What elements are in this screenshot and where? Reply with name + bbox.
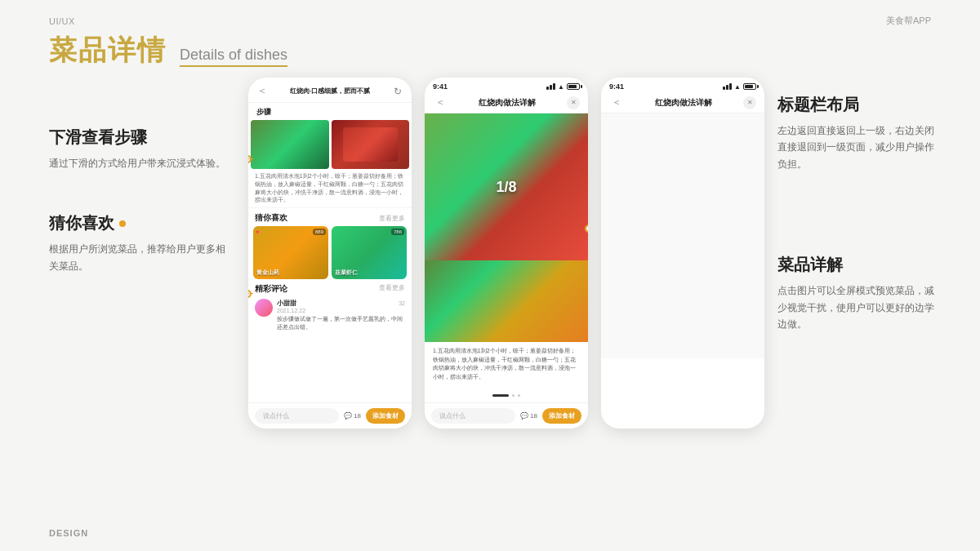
wifi-icon: ▲ (558, 83, 564, 91)
phone2-nav: ＜ 红烧肉做法详解 ✕ (425, 92, 588, 113)
phone1-bottom-bar: 说点什么 💬 18 添加食材 (248, 402, 412, 429)
scroll-title: 下滑查看步骤 (49, 127, 229, 149)
steps-label: 步骤 (248, 103, 412, 120)
scroll-dots (425, 391, 588, 400)
phone-2: 9:41 ▲ ＜ (425, 78, 588, 429)
phone1-nav-title: 红烧肉·口感细腻，肥而不腻 (270, 87, 390, 96)
recommend-grid: ♥ 889 黄金山药 786 韭菜虾仁 (248, 226, 412, 279)
scroll-dot-2 (518, 394, 520, 397)
recipe-grid (248, 120, 412, 169)
scroll-desc: 通过下滑的方式给用户带来沉浸式体验。 (49, 155, 229, 171)
comment-user-row: 小甜甜 32 (277, 299, 405, 308)
detail-title: 菜品详解 (777, 254, 941, 276)
like-icon-1: ♥ (256, 229, 260, 236)
recipe-img-2 (332, 120, 410, 169)
dashed-line-2 (248, 293, 253, 294)
phone3-signal (723, 83, 732, 90)
phone2-counter: 1/8 (496, 179, 516, 196)
phone1-back-btn[interactable]: ＜ (255, 84, 270, 98)
scroll-feature: 下滑查看步骤 通过下滑的方式给用户带来沉浸式体验。 (49, 127, 229, 171)
app-name-label: 美食帮APP (886, 15, 931, 27)
phone2-add-btn[interactable]: 添加食材 (542, 408, 581, 424)
scroll-dot-active (492, 394, 509, 397)
battery-icon (567, 83, 580, 90)
phone2-comment-count: 💬 18 (520, 412, 537, 420)
recommend-card-2[interactable]: 786 韭菜虾仁 (332, 226, 407, 279)
phone2-close-btn[interactable]: ✕ (567, 96, 580, 109)
page-title-zh: 菜品详情 (49, 32, 167, 69)
phone2-bottom-bar: 说点什么 💬 18 添加食材 (425, 402, 588, 429)
comment-username: 小甜甜 (277, 299, 296, 308)
comments-title: 精彩评论 (255, 283, 287, 295)
phone2-chat-icon: 💬 (520, 412, 528, 420)
phones-area: ＜ 红烧肉·口感细腻，肥而不腻 ↻ 步骤 (248, 78, 941, 429)
phone3-close-btn[interactable]: ✕ (743, 96, 756, 109)
phone2-right-dot (585, 224, 588, 233)
phone3-battery (743, 83, 756, 90)
title-section: 菜品详情 Details of dishes (49, 32, 931, 69)
badge-1: 889 (313, 229, 326, 235)
comment-item: 小甜甜 32 2021.12.22 按步骤做试做了一遍，第一次做手艺题乳的，中间… (255, 299, 405, 331)
phone3-wifi-icon: ▲ (734, 83, 741, 91)
comment-text: 按步骤做试做了一遍，第一次做手艺题乳的，中间还差点出错。 (277, 315, 405, 331)
page-wrapper: UI/UX 美食帮APP 菜品详情 Details of dishes 下滑查看… (0, 0, 980, 551)
recommend-title-sm: 猜你喜欢 (255, 212, 287, 224)
chat-icon: 💬 (344, 412, 352, 420)
comment-header: 精彩评论 查看更多 (255, 283, 405, 295)
comment-section: 精彩评论 查看更多 小甜甜 32 2021.12.22 (248, 279, 412, 335)
signal-bars (546, 83, 555, 90)
comment-more: 查看更多 (379, 283, 405, 295)
phone2-comment-input[interactable]: 说点什么 (431, 408, 515, 424)
ui-ux-label: UI/UX (49, 16, 75, 26)
scroll-dot-1 (512, 394, 514, 397)
recipe-img-1 (251, 120, 329, 169)
comment-body: 小甜甜 32 2021.12.22 按步骤做试做了一遍，第一次做手艺题乳的，中间… (277, 299, 405, 331)
titlebar-desc: 左边返回直接返回上一级，右边关闭直接退回到一级页面，减少用户操作负担。 (777, 122, 941, 172)
comment-avatar (255, 299, 273, 317)
connector-dot (119, 220, 126, 227)
comment-date: 2021.12.22 (277, 308, 405, 313)
phone-1: ＜ 红烧肉·口感细腻，肥而不腻 ↻ 步骤 (248, 78, 412, 429)
phone2-status-icons: ▲ (546, 83, 580, 91)
phone3-status-icons: ▲ (723, 83, 756, 91)
phone3-content (601, 113, 764, 358)
detail-desc: 点击图片可以全屏模式预览菜品，减少视觉干扰，使用户可以更好的边学边做。 (777, 282, 941, 332)
phone2-nav-title: 红烧肉做法详解 (448, 97, 567, 109)
step-text-1: 1.五花肉用清水泡1到2个小时，晾干；葱姜蒜切好备用；铁锅热油，放入麻椒适量，干… (248, 169, 412, 208)
phone2-food-image[interactable] (425, 260, 588, 342)
bottom-design-label: DESIGN (49, 528, 88, 538)
phone1-refresh-btn[interactable]: ↻ (390, 86, 405, 97)
phone2-step-text: 1.五花肉用清水泡1到2个小时，晾干；葱姜蒜切好备用；铁锅热油，放入麻椒适量，干… (425, 342, 588, 386)
phone3-back-btn[interactable]: ＜ (609, 96, 624, 109)
phone1-comment-input[interactable]: 说点什么 (255, 408, 339, 424)
phone-3: 9:41 ▲ ＜ (601, 78, 764, 429)
phone2-status-bar: 9:41 ▲ (425, 78, 588, 92)
page-title-en: Details of dishes (180, 47, 287, 67)
titlebar-feature: 标题栏布局 左边返回直接返回上一级，右边关闭直接退回到一级页面，减少用户操作负担… (777, 94, 941, 172)
recommend-more: 查看更多 (379, 214, 405, 223)
phone1-add-btn[interactable]: 添加食材 (366, 408, 405, 424)
badge-2: 786 (391, 229, 404, 235)
phone3-nav-title: 红烧肉做法详解 (624, 97, 743, 109)
phone3-status-bar: 9:41 ▲ (601, 78, 764, 92)
phone1-content: 步骤 1.五花肉用清水泡1到2个小时，晾干；葱姜蒜切好备用；铁锅热油，放入麻椒适… (248, 103, 412, 413)
recommend-desc: 根据用户所浏览菜品，推荐给用户更多相关菜品。 (49, 241, 229, 274)
phone3-time: 9:41 (609, 82, 624, 91)
recommend-title: 猜你喜欢 (49, 212, 229, 234)
right-panel: 标题栏布局 左边返回直接返回上一级，右边关闭直接退回到一级页面，减少用户操作负担… (777, 78, 941, 357)
recommend-feature: 猜你喜欢 根据用户所浏览菜品，推荐给用户更多相关菜品。 (49, 212, 229, 274)
detail-feature: 菜品详解 点击图片可以全屏模式预览菜品，减少视觉干扰，使用户可以更好的边学边做。 (777, 254, 941, 332)
phone3-nav: ＜ 红烧肉做法详解 ✕ (601, 92, 764, 113)
phone1-comment-count: 💬 18 (344, 412, 361, 420)
main-content: 下滑查看步骤 通过下滑的方式给用户带来沉浸式体验。 猜你喜欢 根据用户所浏览菜品… (49, 78, 931, 429)
phone2-back-btn[interactable]: ＜ (433, 96, 448, 109)
recommend-header: 猜你喜欢 查看更多 (248, 208, 412, 226)
phone2-time: 9:41 (433, 82, 448, 91)
card-label-1: 黄金山药 (256, 269, 279, 277)
comment-likes: 32 (399, 300, 405, 306)
phone1-nav: ＜ 红烧肉·口感细腻，肥而不腻 ↻ (248, 78, 412, 103)
phone2-image-area[interactable]: 1/8 (425, 113, 588, 260)
card-label-2: 韭菜虾仁 (335, 269, 358, 277)
recommend-card-1[interactable]: ♥ 889 黄金山药 (253, 226, 328, 279)
titlebar-title: 标题栏布局 (777, 94, 941, 116)
